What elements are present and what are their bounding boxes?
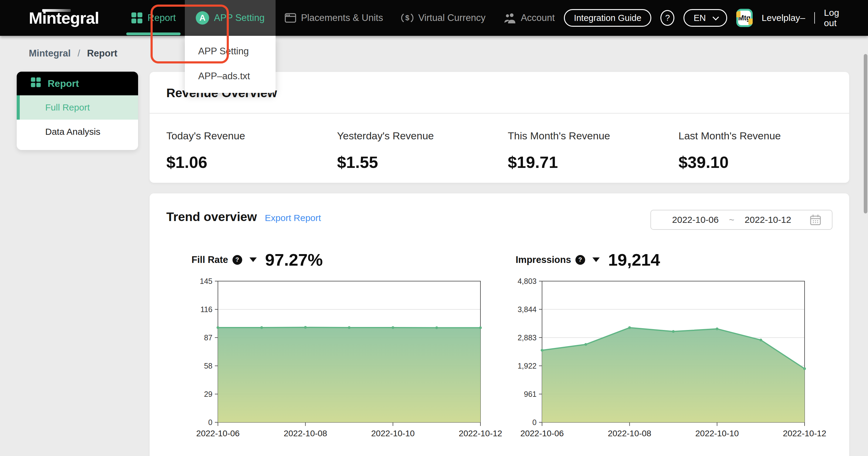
metric-value: 19,214: [608, 250, 660, 270]
svg-text:1,922: 1,922: [518, 362, 536, 370]
nav-item-account[interactable]: Account: [495, 0, 564, 36]
grid-icon: [31, 77, 41, 90]
stat-last-months-revenue: Last Month's Revenue $39.10: [679, 130, 849, 172]
metric-label: Fill Rate: [191, 254, 228, 265]
app-store-icon: A: [196, 11, 209, 25]
chevron-down-icon: [712, 14, 719, 20]
sidebar-item-data-analysis[interactable]: Data Analysis: [17, 120, 138, 144]
svg-text:2022-10-08: 2022-10-08: [284, 429, 327, 438]
svg-text:2022-10-08: 2022-10-08: [608, 429, 651, 438]
sidebar-header-label: Report: [48, 78, 79, 89]
svg-text:2022-10-12: 2022-10-12: [783, 429, 826, 438]
mintegral-logo[interactable]: Mintegral: [29, 8, 99, 27]
sidebar: Report Full Report Data Analysis: [17, 72, 138, 150]
main-nav: Report A APP Setting APP Setting APP–ads…: [122, 0, 564, 36]
trend-header: Trend overview Export Report 2022-10-06 …: [150, 193, 849, 230]
stat-todays-revenue: Today's Revenue $1.06: [166, 130, 337, 172]
avatar-accent: [736, 11, 741, 17]
logo-macron: [42, 9, 71, 12]
sidebar-header-report[interactable]: Report: [17, 72, 138, 95]
user-icon: [504, 12, 516, 24]
sidebar-item-full-report[interactable]: Full Report: [17, 95, 138, 120]
breadcrumb-separator: /: [78, 48, 80, 59]
svg-text:$: $: [405, 14, 410, 22]
nav-item-app-setting[interactable]: A APP Setting APP Setting APP–ads.txt: [185, 0, 276, 36]
logout-button[interactable]: Log out: [824, 8, 850, 28]
nav-item-virtual-currency[interactable]: $ Virtual Currency: [392, 0, 495, 36]
fill-rate-metric-row: Fill Rate ? 97.27%: [191, 250, 505, 270]
breadcrumb-current: Report: [87, 48, 118, 59]
nav-label: Placements & Units: [301, 12, 383, 23]
nav-item-report[interactable]: Report: [122, 0, 185, 36]
help-icon[interactable]: ?: [660, 10, 674, 26]
svg-text:29: 29: [204, 390, 212, 398]
account-name: Levelplay–: [762, 13, 805, 23]
svg-text:0: 0: [208, 418, 212, 427]
date-end[interactable]: 2022-10-12: [745, 215, 791, 225]
menu-item-app-setting[interactable]: APP Setting: [185, 39, 276, 64]
nav-label: Account: [521, 12, 555, 23]
svg-text:0: 0: [532, 418, 536, 427]
divider: [814, 12, 815, 24]
revenue-stats: Today's Revenue $1.06 Yesterday's Revenu…: [150, 114, 849, 172]
svg-text:4,803: 4,803: [518, 277, 536, 285]
impressions-chart-block: Impressions ? 19,214 09611,9222,8833,844…: [513, 250, 829, 441]
svg-text:87: 87: [204, 333, 212, 342]
svg-text:2022-10-06: 2022-10-06: [520, 429, 564, 438]
fill-rate-chart: 02958871161452022-10-062022-10-082022-10…: [189, 277, 505, 440]
date-separator: ~: [729, 215, 735, 225]
integration-guide-button[interactable]: Integration Guide: [564, 9, 651, 27]
impressions-metric-row: Impressions ? 19,214: [516, 250, 829, 270]
nav-label: Virtual Currency: [418, 12, 486, 23]
avatar[interactable]: Mtg: [736, 9, 753, 27]
svg-text:145: 145: [200, 277, 212, 285]
navbar-right: Integration Guide ? EN Mtg Levelplay– Lo…: [564, 8, 850, 28]
calendar-icon: [809, 214, 822, 226]
date-range-picker[interactable]: 2022-10-06 ~ 2022-10-12: [650, 210, 833, 230]
svg-text:961: 961: [524, 390, 536, 398]
svg-text:2022-10-10: 2022-10-10: [371, 429, 414, 438]
export-report-link[interactable]: Export Report: [265, 213, 321, 223]
menu-item-app-ads-txt[interactable]: APP–ads.txt: [185, 64, 276, 89]
breadcrumb-root[interactable]: Mintegral: [29, 48, 71, 59]
metric-label: Impressions: [516, 254, 571, 265]
svg-text:2022-10-10: 2022-10-10: [695, 429, 739, 438]
question-circle-icon[interactable]: ?: [232, 255, 242, 265]
currency-icon: $: [401, 12, 413, 24]
sidebar-padding: [17, 144, 138, 150]
trend-overview-title: Trend overview: [166, 210, 257, 224]
svg-text:2022-10-06: 2022-10-06: [196, 429, 240, 438]
svg-text:2022-10-12: 2022-10-12: [459, 429, 502, 438]
nav-label: Report: [148, 12, 176, 23]
breadcrumb: Mintegral / Report: [29, 48, 118, 59]
svg-text:58: 58: [204, 362, 212, 370]
caret-down-icon[interactable]: [249, 257, 257, 262]
stat-yesterdays-revenue: Yesterday's Revenue $1.55: [337, 130, 508, 172]
caret-down-icon[interactable]: [592, 257, 600, 262]
metric-value: 97.27%: [265, 250, 323, 270]
nav-item-placements-units[interactable]: Placements & Units: [276, 0, 393, 36]
language-selector[interactable]: EN: [683, 9, 727, 27]
charts-row: Fill Rate ? 97.27% 02958871161452022-10-…: [150, 250, 849, 441]
window-icon: [285, 12, 296, 24]
nav-label: APP Setting: [214, 12, 265, 23]
top-navbar: Mintegral Report A APP Setting APP Setti…: [0, 0, 868, 36]
svg-text:116: 116: [200, 305, 212, 314]
avatar-accent: [748, 19, 753, 25]
stat-this-months-revenue: This Month's Revenue $19.71: [508, 130, 679, 172]
grid-icon: [131, 12, 143, 24]
svg-text:3,844: 3,844: [518, 305, 536, 314]
svg-text:2,883: 2,883: [518, 333, 536, 342]
fill-rate-chart-block: Fill Rate ? 97.27% 02958871161452022-10-…: [189, 250, 505, 441]
question-circle-icon[interactable]: ?: [576, 255, 585, 265]
date-start[interactable]: 2022-10-06: [672, 215, 719, 225]
trend-overview-card: Trend overview Export Report 2022-10-06 …: [150, 193, 849, 456]
impressions-chart: 09611,9222,8833,8444,8032022-10-062022-1…: [513, 277, 829, 440]
scrollbar-thumb[interactable]: [864, 54, 867, 213]
language-value: EN: [693, 13, 706, 23]
app-setting-dropdown: APP Setting APP–ads.txt: [185, 36, 276, 93]
